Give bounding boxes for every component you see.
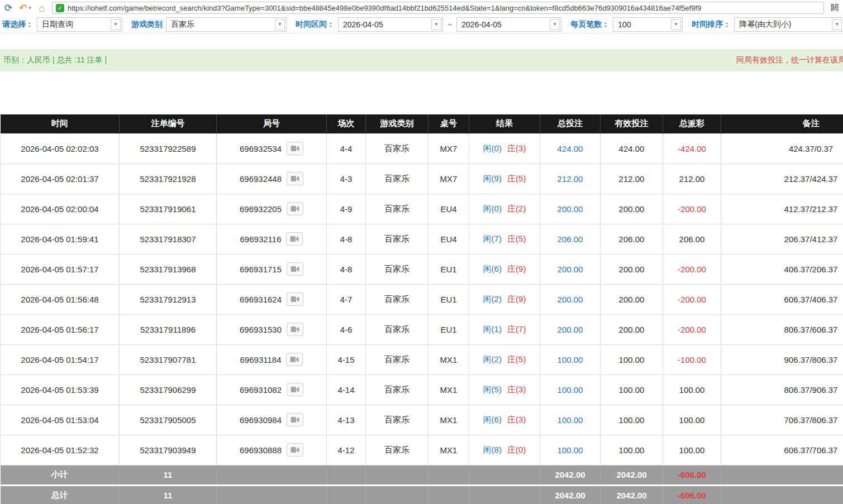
cell-note: 806.37/606.37 — [721, 314, 843, 344]
page-size-select[interactable]: 100 ▼ — [613, 17, 683, 32]
table-row: 2026-04-05 01:54:17 523317907781 6969311… — [1, 344, 843, 375]
game-type-select[interactable]: 百家乐 ▼ — [166, 17, 287, 32]
date-to-value: 2026-04-05 — [457, 20, 549, 29]
query-type-label: 请选择： — [2, 20, 34, 30]
cell-game-type: 百家乐 — [366, 405, 428, 435]
refresh-icon[interactable]: ⟳ — [4, 3, 12, 13]
time-sort-select[interactable]: 降幂(由大到小) ▼ — [734, 17, 843, 32]
subtotal-count: 11 — [120, 465, 217, 485]
undo-caret-icon[interactable]: ▼ — [28, 6, 32, 11]
currency-total-summary: 币别：人民币 | 总共 :11 注单 | — [3, 55, 107, 65]
cell-time: 2026-04-05 02:02:03 — [1, 133, 120, 164]
cell-table: EU1 — [428, 284, 469, 314]
video-replay-icon[interactable] — [287, 142, 303, 155]
cell-game-type: 百家乐 — [366, 164, 428, 194]
cell-total-bet[interactable]: 100.00 — [540, 344, 601, 375]
cell-valid-bet: 100.00 — [601, 405, 663, 435]
cell-result: 闲(6) 庄(9) — [469, 254, 540, 284]
cell-round: 696932534 — [217, 133, 327, 164]
cell-table: MX1 — [428, 375, 469, 405]
cell-time: 2026-04-05 01:53:39 — [1, 375, 120, 405]
chevron-down-icon[interactable]: ▼ — [832, 19, 842, 30]
browser-window: ⟳ ↶ ▼ ⌂ ✓ https://iohetf.com/game/betrec… — [0, 0, 843, 504]
cell-total-bet[interactable]: 100.00 — [540, 375, 601, 405]
col-round: 局号 — [217, 114, 327, 133]
summary-bar: 币别：人民币 | 总共 :11 注单 | 同局有效投注，统一计算在该局 — [0, 49, 843, 71]
cell-total-bet[interactable]: 212.00 — [540, 164, 601, 194]
video-replay-icon[interactable] — [286, 232, 303, 246]
banker-result: 庄(5) — [507, 354, 526, 364]
round-number: 696931624 — [240, 295, 282, 304]
table-header-row: 时间 注单编号 局号 场次 游戏类别 桌号 结果 总投注 有效投注 总派彩 备注 — [1, 114, 843, 133]
url-text[interactable]: https://iohetf.com/game/betrecord_search… — [68, 4, 701, 12]
date-to-select[interactable]: 2026-04-05 ▼ — [456, 17, 561, 32]
video-replay-icon[interactable] — [287, 292, 303, 306]
video-replay-icon[interactable] — [287, 323, 303, 336]
cell-round: 696930984 — [217, 405, 327, 435]
video-replay-icon[interactable] — [287, 383, 303, 396]
subtotal-valid-bet: 2042.00 — [601, 465, 663, 485]
cell-note: 706.37/806.37 — [721, 405, 843, 435]
cell-bet-id: 523317921928 — [120, 164, 217, 194]
chevron-down-icon[interactable]: ▼ — [431, 19, 441, 30]
chevron-down-icon[interactable]: ▼ — [550, 19, 560, 30]
cell-round: 696930888 — [217, 435, 327, 465]
player-result: 闲(9) — [483, 174, 502, 183]
cell-total-bet[interactable]: 200.00 — [540, 194, 601, 224]
video-replay-icon[interactable] — [287, 172, 303, 185]
video-replay-icon[interactable] — [287, 413, 303, 426]
bet-records-table: 时间 注单编号 局号 场次 游戏类别 桌号 结果 总投注 有效投注 总派彩 备注… — [0, 114, 843, 504]
cell-total-bet[interactable]: 206.00 — [540, 224, 601, 254]
cell-valid-bet: 200.00 — [601, 284, 663, 314]
query-type-select[interactable]: 日期查询 ▼ — [37, 17, 122, 32]
cell-note: 212.37/424.37 — [721, 164, 843, 194]
table-row: 2026-04-05 02:01:37 523317921928 6969324… — [1, 164, 843, 194]
round-number: 696932534 — [240, 144, 282, 153]
cell-payout: -200.00 — [663, 284, 721, 314]
undo-icon: ↶ — [19, 3, 27, 13]
cell-note: 406.37/206.37 — [721, 254, 843, 284]
cell-session: 4-6 — [327, 314, 366, 344]
chevron-down-icon[interactable]: ▼ — [671, 19, 681, 30]
col-payout: 总派彩 — [663, 114, 721, 133]
cell-payout: 100.00 — [663, 375, 721, 405]
cell-table: MX7 — [428, 133, 469, 164]
cell-total-bet[interactable]: 200.00 — [540, 254, 601, 284]
cell-game-type: 百家乐 — [366, 435, 428, 465]
cell-total-bet[interactable]: 200.00 — [540, 314, 601, 344]
cell-payout: -200.00 — [663, 314, 721, 344]
banker-result: 庄(2) — [507, 204, 526, 213]
cell-total-bet[interactable]: 100.00 — [540, 435, 601, 465]
time-sort-value: 降幂(由大到小) — [735, 20, 831, 30]
address-bar[interactable]: ✓ https://iohetf.com/game/betrecord_sear… — [52, 2, 824, 14]
date-from-select[interactable]: 2026-04-05 ▼ — [338, 17, 443, 32]
video-replay-icon[interactable] — [287, 262, 303, 276]
cell-round: 696932116 — [217, 224, 327, 254]
video-replay-icon[interactable] — [286, 353, 303, 366]
cell-game-type: 百家乐 — [366, 254, 428, 284]
cell-table: EU4 — [428, 194, 469, 224]
col-table: 桌号 — [428, 114, 469, 133]
chevron-down-icon[interactable]: ▼ — [111, 19, 121, 30]
undo-button[interactable]: ↶ ▼ — [19, 3, 32, 13]
banker-result: 庄(3) — [507, 385, 526, 394]
cell-result: 闲(9) 庄(5) — [469, 164, 540, 194]
cell-time: 2026-04-05 01:59:41 — [1, 224, 120, 254]
cell-time: 2026-04-05 02:01:37 — [1, 164, 120, 194]
table-row: 2026-04-05 01:53:39 523317906299 6969310… — [1, 375, 843, 405]
table-row: 2026-04-05 01:56:17 523317911896 6969315… — [1, 314, 843, 344]
player-result: 闲(6) — [483, 264, 502, 273]
video-replay-icon[interactable] — [287, 443, 303, 457]
home-icon[interactable]: ⌂ — [39, 3, 45, 13]
video-replay-icon[interactable] — [287, 202, 303, 215]
cell-total-bet[interactable]: 424.00 — [540, 133, 601, 164]
cell-total-bet[interactable]: 200.00 — [540, 284, 601, 314]
cell-valid-bet: 200.00 — [601, 314, 663, 344]
banker-result: 庄(3) — [507, 415, 526, 424]
round-number: 696930984 — [240, 415, 282, 425]
cell-round: 696931184 — [217, 344, 327, 375]
chevron-down-icon[interactable]: ▼ — [275, 19, 285, 30]
address-suffix-text: 閼 — [831, 3, 839, 13]
cell-result: 闲(2) 庄(5) — [469, 344, 540, 375]
cell-total-bet[interactable]: 100.00 — [540, 405, 601, 435]
